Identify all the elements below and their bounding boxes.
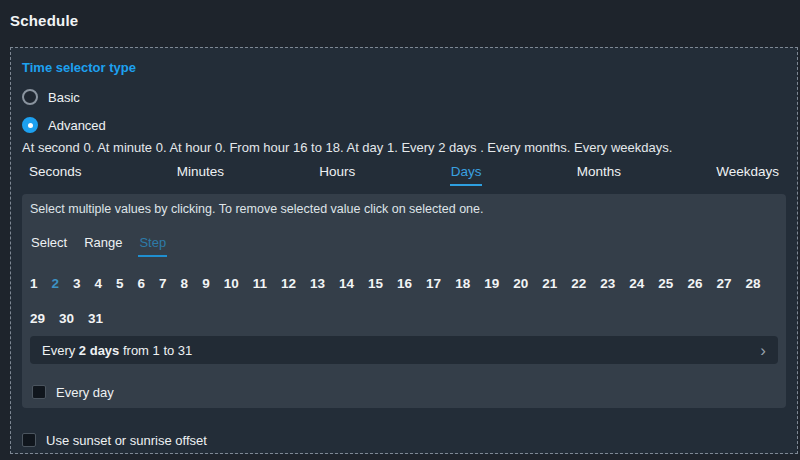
day-17[interactable]: 17: [426, 274, 441, 294]
day-23[interactable]: 23: [600, 274, 615, 294]
sunset-offset-checkbox-row[interactable]: Use sunset or sunrise offset: [22, 431, 786, 449]
day-7[interactable]: 7: [159, 274, 167, 294]
tab-days[interactable]: Days: [450, 164, 483, 186]
day-6[interactable]: 6: [138, 274, 146, 294]
day-8[interactable]: 8: [181, 274, 189, 294]
radio-option-advanced[interactable]: Advanced: [22, 116, 786, 134]
tab-months[interactable]: Months: [576, 164, 622, 186]
day-3[interactable]: 3: [73, 274, 81, 294]
period-tabs: SecondsMinutesHoursDaysMonthsWeekdays: [22, 162, 786, 190]
day-28[interactable]: 28: [745, 274, 760, 294]
day-18[interactable]: 18: [455, 274, 470, 294]
cron-summary-text: At second 0. At minute 0. At hour 0. Fro…: [22, 140, 786, 156]
day-30[interactable]: 30: [59, 309, 74, 329]
day-12[interactable]: 12: [281, 274, 296, 294]
radio-unselected-icon[interactable]: [22, 89, 38, 105]
day-21[interactable]: 21: [542, 274, 557, 294]
day-31[interactable]: 31: [88, 309, 103, 329]
every-day-checkbox-row[interactable]: Every day: [32, 383, 778, 401]
sunset-offset-label: Use sunset or sunrise offset: [46, 433, 207, 448]
day-9[interactable]: 9: [202, 274, 210, 294]
step-value: 2 days: [79, 343, 119, 358]
tab-hours[interactable]: Hours: [318, 164, 356, 186]
day-20[interactable]: 20: [513, 274, 528, 294]
day-22[interactable]: 22: [571, 274, 586, 294]
radio-selected-icon[interactable]: [22, 117, 38, 133]
every-day-label: Every day: [56, 385, 114, 400]
radio-label-advanced: Advanced: [48, 118, 106, 133]
day-13[interactable]: 13: [310, 274, 325, 294]
panel-hint-text: Select multiple values by clicking. To r…: [30, 202, 778, 217]
tab-seconds[interactable]: Seconds: [28, 164, 83, 186]
day-25[interactable]: 25: [658, 274, 673, 294]
day-26[interactable]: 26: [687, 274, 702, 294]
day-27[interactable]: 27: [716, 274, 731, 294]
step-summary-text: Every 2 days from 1 to 31: [42, 343, 192, 358]
time-selector-type-label: Time selector type: [22, 60, 786, 75]
sunset-offset-checkbox[interactable]: [22, 433, 36, 447]
mode-tab-step[interactable]: Step: [138, 233, 167, 257]
day-grid: 1234567891011121314151617181920212223242…: [30, 274, 792, 329]
day-19[interactable]: 19: [484, 274, 499, 294]
step-prefix: Every: [42, 343, 79, 358]
time-selector-radio-group: Basic Advanced: [22, 88, 786, 134]
day-11[interactable]: 11: [253, 274, 267, 294]
step-suffix: from 1 to 31: [119, 343, 192, 358]
page-title: Schedule: [10, 12, 800, 29]
day-5[interactable]: 5: [116, 274, 124, 294]
day-selector-panel: Select multiple values by clicking. To r…: [22, 194, 786, 408]
day-4[interactable]: 4: [95, 274, 103, 294]
day-24[interactable]: 24: [629, 274, 644, 294]
mode-tabs: SelectRangeStep: [30, 233, 778, 257]
radio-option-basic[interactable]: Basic: [22, 88, 786, 106]
day-2[interactable]: 2: [52, 274, 60, 294]
step-summary-bar[interactable]: Every 2 days from 1 to 31 ›: [30, 336, 778, 364]
tab-minutes[interactable]: Minutes: [176, 164, 225, 186]
day-16[interactable]: 16: [397, 274, 412, 294]
day-1[interactable]: 1: [30, 274, 38, 294]
schedule-fieldset: Time selector type Basic Advanced At sec…: [10, 47, 798, 454]
day-10[interactable]: 10: [224, 274, 239, 294]
day-15[interactable]: 15: [368, 274, 383, 294]
every-day-checkbox[interactable]: [32, 385, 46, 399]
chevron-right-icon[interactable]: ›: [760, 342, 766, 359]
radio-label-basic: Basic: [48, 90, 80, 105]
mode-tab-range[interactable]: Range: [83, 233, 123, 257]
day-29[interactable]: 29: [30, 309, 45, 329]
day-14[interactable]: 14: [339, 274, 354, 294]
tab-weekdays[interactable]: Weekdays: [715, 164, 780, 186]
mode-tab-select[interactable]: Select: [30, 233, 68, 257]
